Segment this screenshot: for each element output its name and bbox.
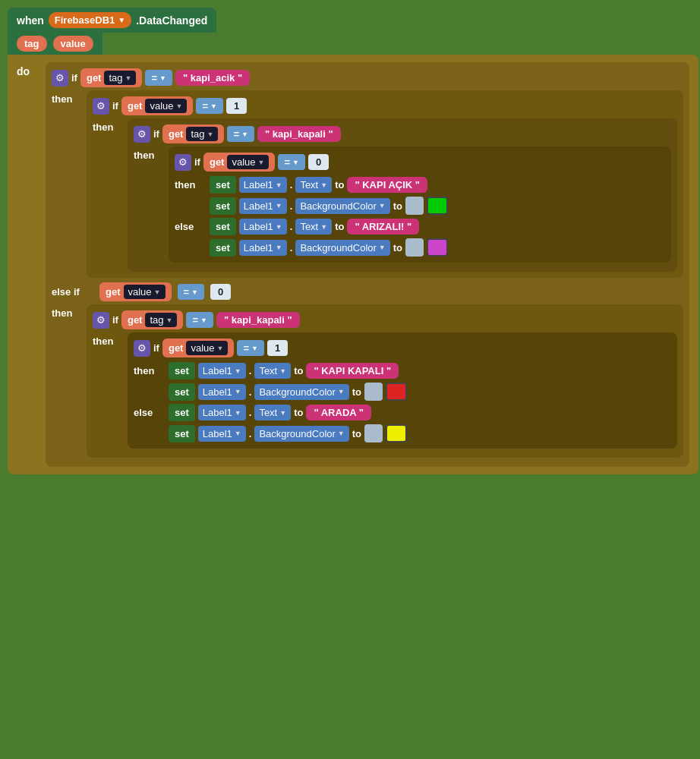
if5-kw: if	[112, 314, 118, 326]
get-tag3-block[interactable]: get tag ▼	[162, 124, 225, 143]
tag1-dropdown[interactable]: tag ▼	[104, 71, 136, 85]
if4-kw: if	[194, 156, 200, 168]
tag5-dropdown[interactable]: tag ▼	[145, 313, 177, 327]
gear5[interactable]: ⚙	[93, 312, 109, 329]
val4-box: 0	[308, 154, 329, 170]
color-preview1	[427, 197, 448, 215]
eq-ei-block[interactable]: = ▼	[178, 284, 205, 300]
then3-row: then ⚙ if get	[134, 146, 671, 263]
eq3-block[interactable]: = ▼	[227, 126, 254, 142]
label1-dd1[interactable]: Label1 ▼	[239, 177, 287, 193]
tag1-val: tag	[109, 72, 122, 83]
value6-dropdown[interactable]: value ▼	[186, 341, 228, 355]
eq2-arrow: ▼	[210, 102, 217, 110]
if6-kw: if	[153, 342, 159, 354]
prop2-dd[interactable]: BackgroundColor ▼	[295, 198, 389, 214]
else4-row: else set Label1	[175, 218, 665, 257]
then-elseif-row: then ⚙ if get tag ▼	[52, 304, 683, 458]
if4-row: ⚙ if get value ▼	[175, 153, 665, 172]
if3-row: ⚙ if get tag ▼	[134, 124, 671, 143]
prop1-dd[interactable]: Text ▼	[295, 177, 332, 193]
str1-text: " KAPI AÇIK "	[355, 179, 420, 191]
set-color1: set Label1 ▼ .	[210, 197, 448, 215]
value2-val: value	[150, 100, 173, 112]
level3-container: ⚙ if get tag ▼	[128, 118, 677, 272]
eq4-arrow: ▼	[292, 159, 299, 166]
val6-box: 1	[267, 340, 288, 356]
level4-container: ⚙ if get value ▼	[169, 146, 671, 263]
level1-container: ⚙ if get tag ▼ = ▼	[46, 62, 689, 467]
prop6d-dd[interactable]: BackgroundColor ▼	[254, 426, 348, 442]
else6-sets: set Label1 ▼ . Text	[169, 404, 407, 442]
gear3[interactable]: ⚙	[134, 126, 150, 143]
label6-dd1[interactable]: Label1 ▼	[198, 363, 246, 379]
elseif1-kw: else if	[52, 286, 93, 298]
tags-row: tag value	[8, 33, 102, 55]
firebase-arrow: ▼	[118, 16, 125, 24]
eq4-block[interactable]: = ▼	[278, 154, 305, 170]
else4-kw: else	[175, 218, 203, 232]
value2-dropdown[interactable]: value ▼	[145, 99, 187, 113]
if1-kw: if	[71, 72, 77, 83]
value-ei-dropdown[interactable]: value ▼	[124, 285, 166, 299]
get-tag5-block[interactable]: get tag ▼	[121, 310, 184, 329]
set-text-else6: set Label1 ▼ . Text	[169, 404, 407, 421]
eq5-block[interactable]: = ▼	[186, 312, 213, 328]
get-value2-block[interactable]: get value ▼	[121, 96, 194, 115]
color-swatch6[interactable]	[364, 383, 383, 401]
get-ei-label: get	[106, 286, 121, 298]
then1-row: then ⚙ if get value ▼	[52, 90, 683, 278]
tag3-val: tag	[191, 128, 204, 140]
get-value-ei[interactable]: get value ▼	[99, 282, 172, 301]
color-swatch2[interactable]	[405, 238, 424, 257]
label6-dd2[interactable]: Label1 ▼	[198, 384, 246, 400]
eq1-block[interactable]: = ▼	[145, 70, 172, 86]
prop6-dd[interactable]: Text ▼	[254, 363, 291, 379]
tag3-dropdown[interactable]: tag ▼	[186, 127, 218, 141]
val2-box: 1	[226, 98, 247, 114]
main-block: when FirebaseDB1 ▼ .DataChanged tag valu…	[8, 8, 698, 474]
value-pill[interactable]: value	[53, 36, 93, 52]
eq6-block[interactable]: = ▼	[237, 340, 264, 356]
when-row: when FirebaseDB1 ▼ .DataChanged	[8, 8, 216, 33]
get-tag-block[interactable]: get tag ▼	[80, 68, 143, 87]
label1-dd4[interactable]: Label1 ▼	[239, 240, 287, 256]
value4-val: value	[232, 156, 255, 168]
color-swatch1[interactable]	[405, 197, 424, 215]
then4-section: then set Label1	[175, 176, 665, 257]
gear1[interactable]: ⚙	[52, 70, 68, 87]
prop3-dd[interactable]: Text ▼	[295, 219, 332, 235]
value4-dropdown[interactable]: value ▼	[227, 155, 269, 169]
firebase-label: FirebaseDB1	[55, 14, 115, 26]
eq2-block[interactable]: = ▼	[196, 98, 223, 114]
then2-kw: then	[93, 118, 121, 133]
then5-row: then ⚙ if get value	[93, 332, 677, 449]
set-text6: set Label1 ▼ . Text	[169, 362, 407, 380]
color-swatch-else6[interactable]	[364, 424, 383, 442]
label1-dd3[interactable]: Label1 ▼	[239, 219, 287, 235]
val4-num: 0	[316, 156, 321, 168]
then6-sets: set Label1 ▼ . Text	[169, 362, 407, 401]
gear4[interactable]: ⚙	[175, 154, 191, 171]
label1-dd2[interactable]: Label1 ▼	[239, 198, 287, 214]
get-value4-block[interactable]: get value ▼	[203, 153, 276, 172]
event-label: .DataChanged	[136, 14, 207, 27]
if2-kw: if	[112, 100, 118, 112]
gear6[interactable]: ⚙	[134, 340, 150, 357]
to2-kw: to	[393, 200, 402, 212]
label6-dd4[interactable]: Label1 ▼	[198, 426, 246, 442]
firebase-dropdown[interactable]: FirebaseDB1 ▼	[49, 12, 131, 28]
val2-num: 1	[234, 100, 239, 112]
gear2[interactable]: ⚙	[93, 98, 109, 115]
get5-label: get	[128, 314, 143, 326]
get-value6-block[interactable]: get value ▼	[162, 339, 235, 357]
label6-dd3[interactable]: Label1 ▼	[198, 405, 246, 420]
if5-row: ⚙ if get tag ▼ = ▼	[93, 310, 677, 329]
prop4-dd[interactable]: BackgroundColor ▼	[295, 240, 389, 256]
set1-kw: set	[210, 176, 236, 194]
prop6b-dd[interactable]: BackgroundColor ▼	[254, 384, 348, 400]
tag-pill[interactable]: tag	[17, 36, 47, 52]
prop6c-dd[interactable]: Text ▼	[254, 405, 291, 420]
set-color6: set Label1 ▼ . BackgroundColor	[169, 383, 407, 401]
str-val6: " KAPI KAPALI "	[306, 363, 399, 379]
